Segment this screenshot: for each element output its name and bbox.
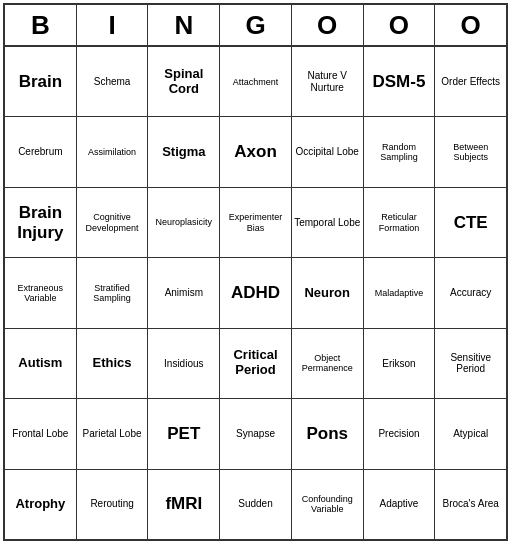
cell-r4-c0: Autism — [5, 329, 77, 398]
cell-r3-c4: Neuron — [292, 258, 364, 327]
cell-r4-c4: Object Permanence — [292, 329, 364, 398]
cell-r5-c4: Pons — [292, 399, 364, 468]
header-row: BINGOOO — [5, 5, 506, 47]
cell-r2-c2: Neuroplasicity — [148, 188, 220, 257]
cell-r4-c5: Erikson — [364, 329, 436, 398]
cell-r1-c0: Cerebrum — [5, 117, 77, 186]
cell-r6-c6: Broca's Area — [435, 470, 506, 539]
cell-r6-c4: Confounding Variable — [292, 470, 364, 539]
header-cell-n2: N — [148, 5, 220, 45]
cell-r0-c4: Nature V Nurture — [292, 47, 364, 116]
cell-r0-c1: Schema — [77, 47, 149, 116]
grid-row-1: CerebrumAssimilationStigmaAxonOccipital … — [5, 117, 506, 187]
cell-r0-c0: Brain — [5, 47, 77, 116]
cell-r3-c2: Animism — [148, 258, 220, 327]
grid-row-4: AutismEthicsInsidiousCritical PeriodObje… — [5, 329, 506, 399]
grid-row-6: AtrophyReroutingfMRISuddenConfounding Va… — [5, 470, 506, 539]
cell-r2-c3: Experimenter Bias — [220, 188, 292, 257]
header-cell-o6: O — [435, 5, 506, 45]
cell-r5-c1: Parietal Lobe — [77, 399, 149, 468]
cell-r5-c2: PET — [148, 399, 220, 468]
grid-row-0: BrainSchemaSpinal CordAttachmentNature V… — [5, 47, 506, 117]
header-cell-b0: B — [5, 5, 77, 45]
cell-r0-c5: DSM-5 — [364, 47, 436, 116]
cell-r4-c1: Ethics — [77, 329, 149, 398]
grid-row-3: Extraneous VariableStratified SamplingAn… — [5, 258, 506, 328]
cell-r6-c1: Rerouting — [77, 470, 149, 539]
header-cell-g3: G — [220, 5, 292, 45]
grid: BrainSchemaSpinal CordAttachmentNature V… — [5, 47, 506, 539]
cell-r0-c3: Attachment — [220, 47, 292, 116]
cell-r2-c4: Temporal Lobe — [292, 188, 364, 257]
cell-r1-c2: Stigma — [148, 117, 220, 186]
cell-r5-c5: Precision — [364, 399, 436, 468]
header-cell-i1: I — [77, 5, 149, 45]
cell-r6-c0: Atrophy — [5, 470, 77, 539]
bingo-card: BINGOOO BrainSchemaSpinal CordAttachment… — [3, 3, 508, 541]
cell-r5-c0: Frontal Lobe — [5, 399, 77, 468]
cell-r1-c1: Assimilation — [77, 117, 149, 186]
cell-r3-c0: Extraneous Variable — [5, 258, 77, 327]
grid-row-5: Frontal LobeParietal LobePETSynapsePonsP… — [5, 399, 506, 469]
cell-r3-c6: Accuracy — [435, 258, 506, 327]
cell-r2-c1: Cognitive Development — [77, 188, 149, 257]
cell-r3-c3: ADHD — [220, 258, 292, 327]
cell-r1-c4: Occipital Lobe — [292, 117, 364, 186]
cell-r6-c3: Sudden — [220, 470, 292, 539]
header-cell-o4: O — [292, 5, 364, 45]
cell-r4-c2: Insidious — [148, 329, 220, 398]
grid-row-2: Brain InjuryCognitive DevelopmentNeuropl… — [5, 188, 506, 258]
cell-r6-c5: Adaptive — [364, 470, 436, 539]
cell-r4-c6: Sensitive Period — [435, 329, 506, 398]
cell-r5-c6: Atypical — [435, 399, 506, 468]
cell-r4-c3: Critical Period — [220, 329, 292, 398]
cell-r1-c6: Between Subjects — [435, 117, 506, 186]
cell-r0-c6: Order Effects — [435, 47, 506, 116]
cell-r3-c5: Maladaptive — [364, 258, 436, 327]
cell-r2-c5: Reticular Formation — [364, 188, 436, 257]
cell-r6-c2: fMRI — [148, 470, 220, 539]
header-cell-o5: O — [364, 5, 436, 45]
cell-r1-c5: Random Sampling — [364, 117, 436, 186]
cell-r1-c3: Axon — [220, 117, 292, 186]
cell-r5-c3: Synapse — [220, 399, 292, 468]
cell-r3-c1: Stratified Sampling — [77, 258, 149, 327]
cell-r2-c0: Brain Injury — [5, 188, 77, 257]
cell-r2-c6: CTE — [435, 188, 506, 257]
cell-r0-c2: Spinal Cord — [148, 47, 220, 116]
